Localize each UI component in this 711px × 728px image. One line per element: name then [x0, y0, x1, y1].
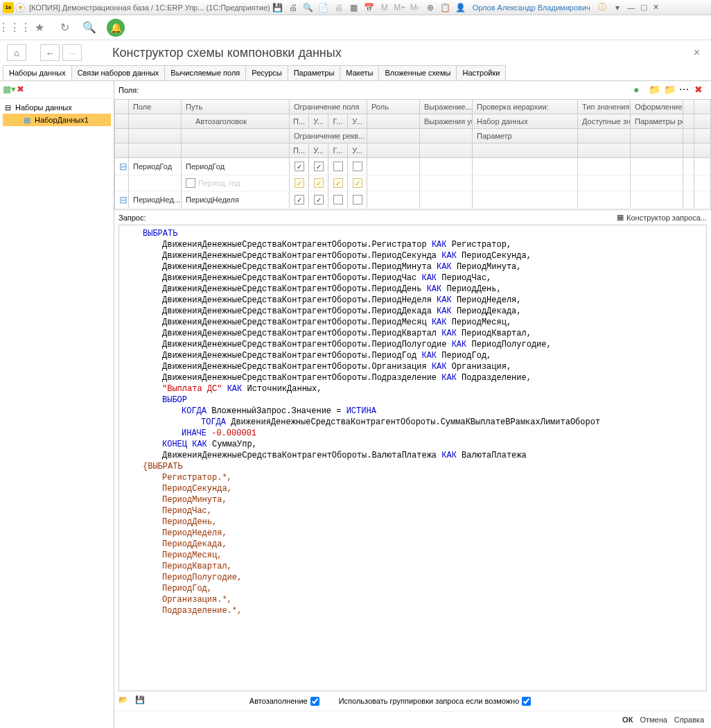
checkbox[interactable]: [314, 162, 324, 171]
tree-root[interactable]: ⊟ Наборы данных: [3, 101, 111, 114]
close-button[interactable]: ✕: [650, 2, 662, 13]
fields-table[interactable]: Поле Путь Ограничение поля Роль Выражени…: [114, 99, 711, 210]
m-plus-icon[interactable]: M+: [394, 2, 405, 13]
calendar-icon[interactable]: 📅: [364, 2, 375, 13]
checkbox[interactable]: [353, 162, 362, 171]
search2-icon[interactable]: 🔍: [82, 20, 97, 35]
col-u2[interactable]: У...: [348, 114, 367, 128]
fields-toolbar: Поля: ● 📁 📁+ ⋯ ✖: [114, 81, 711, 99]
misc-icon[interactable]: ⋯: [679, 84, 692, 96]
tab-resources[interactable]: Ресурсы: [245, 65, 288, 80]
checkbox[interactable]: [295, 195, 304, 205]
minimize-button[interactable]: —: [625, 2, 638, 13]
col-u[interactable]: У...: [309, 114, 328, 128]
table-row[interactable]: ⊟ ПериодГод ПериодГод: [115, 158, 710, 175]
table-row[interactable]: Период, год: [115, 175, 710, 191]
folder-icon[interactable]: 📁: [649, 84, 661, 96]
collapse-icon[interactable]: ⊟: [3, 103, 12, 112]
tab-parameters[interactable]: Параметры: [288, 65, 341, 80]
calc-icon[interactable]: ▦: [349, 2, 360, 13]
fields-label: Поля:: [119, 86, 631, 94]
add-dataset-icon[interactable]: ▦▾: [3, 84, 14, 95]
open-folder-icon[interactable]: 📂: [119, 695, 130, 707]
m-icon[interactable]: M: [379, 2, 390, 13]
query-constructor-button[interactable]: ▦ Конструктор запроса...: [617, 213, 707, 222]
back-button[interactable]: ←: [40, 44, 60, 61]
tab-dataset-links[interactable]: Связи наборов данных: [71, 65, 166, 80]
print2-icon[interactable]: 🖨: [333, 2, 344, 13]
tab-settings[interactable]: Настройки: [456, 65, 506, 80]
delete-field-icon[interactable]: ✖: [694, 84, 707, 96]
history-icon[interactable]: ↻: [57, 20, 72, 35]
checkbox[interactable]: [295, 162, 304, 171]
maximize-button[interactable]: ▢: [638, 2, 650, 13]
search-icon[interactable]: 🔍: [303, 2, 314, 13]
autofill-checkbox[interactable]: Автозаполнение: [249, 697, 319, 706]
folder-add-icon[interactable]: 📁+: [664, 84, 676, 96]
add-field-icon[interactable]: ●: [633, 84, 646, 96]
checkbox[interactable]: [353, 178, 362, 188]
checkbox[interactable]: [186, 178, 195, 188]
help-button[interactable]: Справка: [674, 716, 704, 724]
page-close-button[interactable]: ×: [690, 46, 704, 59]
m-minus-icon[interactable]: M-: [410, 2, 421, 13]
notification-icon[interactable]: 🔔: [107, 19, 125, 37]
cancel-button[interactable]: Отмена: [640, 716, 667, 724]
tree-item-dataset1[interactable]: ▦ НаборДанных1: [3, 114, 111, 126]
use-groupings-input[interactable]: [522, 697, 531, 706]
col-path[interactable]: Путь: [182, 100, 290, 114]
favorite-icon[interactable]: ★: [32, 20, 47, 35]
doc-icon[interactable]: 📄: [318, 2, 329, 13]
save-icon[interactable]: 💾: [272, 2, 283, 13]
tab-templates[interactable]: Макеты: [340, 65, 379, 80]
tab-datasets[interactable]: Наборы данных: [3, 65, 72, 80]
col-restrict-field[interactable]: Ограничение поля: [290, 100, 367, 114]
checkbox[interactable]: [314, 178, 324, 188]
tab-calc-fields[interactable]: Вычисляемые поля: [164, 65, 246, 80]
table-row[interactable]: ⊟ ПериодНед... ПериодНеделя: [115, 191, 710, 209]
user-name[interactable]: Орлов Александр Владимирович: [473, 3, 590, 12]
checkbox[interactable]: [314, 195, 324, 205]
col-type[interactable]: Тип значения: [578, 100, 631, 114]
col-format[interactable]: Оформление: [631, 100, 683, 114]
home-button[interactable]: ⌂: [7, 44, 26, 61]
forward-button[interactable]: →: [62, 44, 82, 61]
col-field[interactable]: Поле: [129, 100, 182, 114]
info-dropdown-icon[interactable]: ▾: [612, 2, 623, 13]
clipboard-icon[interactable]: 📋: [440, 2, 451, 13]
col-format-params[interactable]: Параметры редактиров...: [631, 114, 683, 128]
zoom-icon[interactable]: ⊕: [425, 2, 436, 13]
right-panel: Поля: ● 📁 📁+ ⋯ ✖ Поле Путь Ограничение п…: [114, 81, 711, 728]
col-avail[interactable]: Доступные значения: [578, 114, 631, 128]
save-disk-icon[interactable]: 💾: [135, 695, 146, 707]
info-icon[interactable]: ⓘ: [597, 2, 608, 13]
checkbox[interactable]: [295, 178, 304, 188]
col-g[interactable]: Г...: [328, 114, 348, 128]
col-hier-nabor[interactable]: Набор данных: [473, 114, 578, 128]
checkbox[interactable]: [333, 195, 343, 205]
query-header: Запрос: ▦ Конструктор запроса...: [114, 210, 711, 225]
row-handle-icon[interactable]: ⊟: [119, 194, 128, 205]
col-expr[interactable]: Выражение...: [420, 100, 473, 114]
col-p[interactable]: П...: [290, 114, 309, 128]
col-restrict-rekv[interactable]: Ограничение рекв...: [290, 129, 367, 143]
titlebar-dropdown-icon[interactable]: ▾: [15, 3, 25, 12]
col-hier-param[interactable]: Параметр: [473, 129, 578, 143]
delete-dataset-icon[interactable]: ✖: [17, 84, 28, 95]
window-title: [КОПИЯ] Демонстрационная база / 1С:ERP У…: [29, 3, 270, 12]
col-hier[interactable]: Проверка иерархии:: [473, 100, 578, 114]
apps-icon[interactable]: ⋮⋮⋮: [7, 20, 22, 35]
query-editor[interactable]: ВЫБРАТЬДвиженияДенежныеСредстваКонтраген…: [119, 225, 707, 691]
use-groupings-checkbox[interactable]: Использовать группировки запроса если во…: [339, 697, 532, 706]
col-autotitle[interactable]: Автозаголовок: [182, 114, 290, 128]
checkbox[interactable]: [333, 162, 343, 171]
autofill-input[interactable]: [310, 697, 319, 706]
checkbox[interactable]: [333, 178, 343, 188]
col-expr-order[interactable]: Выражения упорядочив...: [420, 114, 473, 128]
ok-button[interactable]: ОК: [622, 716, 633, 724]
print-icon[interactable]: 🖨: [288, 2, 299, 13]
checkbox[interactable]: [353, 195, 362, 205]
col-role[interactable]: Роль: [367, 100, 420, 114]
tab-nested-schemas[interactable]: Вложенные схемы: [378, 65, 457, 80]
row-handle-icon[interactable]: ⊟: [119, 161, 128, 172]
